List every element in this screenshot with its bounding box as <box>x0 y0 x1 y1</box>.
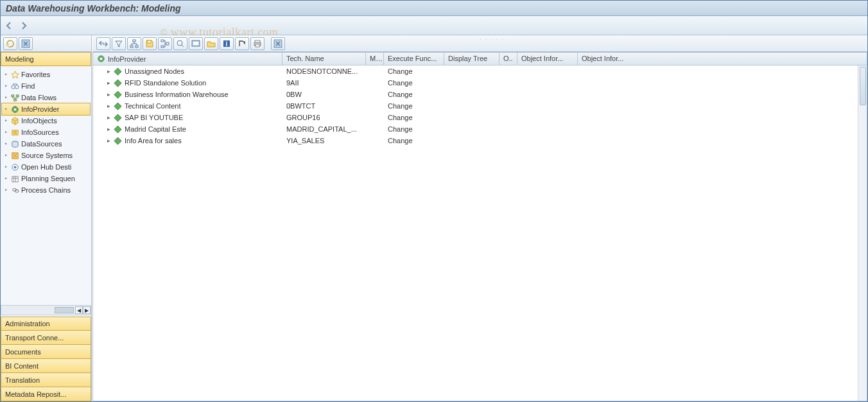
sidebar-item-infosources[interactable]: •InfoSources <box>2 127 90 138</box>
sidebar-item-openhub[interactable]: •Open Hub Desti <box>2 161 90 173</box>
svg-rect-13 <box>12 176 17 181</box>
binoculars-icon <box>10 82 20 91</box>
sidebar-item-favorites[interactable]: •Favorites <box>2 69 90 80</box>
main-panel: i InfoProvider Tech. Name M.. Execute Fu… <box>92 35 867 401</box>
datasources-icon <box>10 139 20 148</box>
row-tech: MADRID_CAPITAL_... <box>286 125 357 133</box>
expand-icon[interactable]: ▸ <box>106 126 111 132</box>
sidebar-item-sourcesystems[interactable]: •Source Systems <box>2 150 90 161</box>
dataflow-icon <box>10 93 20 102</box>
table-row[interactable]: ▸RFID Standalone Solution9AIIChange <box>93 77 867 89</box>
table-row[interactable]: ▸Technical Content0BWTCTChange <box>93 100 867 112</box>
col-objinfo1[interactable]: Object Infor... <box>517 53 578 65</box>
tool-hier2-icon[interactable] <box>158 37 172 50</box>
row-name: Info Area for sales <box>125 137 182 144</box>
infoprovider-icon <box>10 105 20 114</box>
row-name: Madrid Capital Este <box>125 125 186 133</box>
table-header: InfoProvider Tech. Name M.. Execute Func… <box>93 53 867 66</box>
section-transport[interactable]: Transport Conne... <box>1 331 91 345</box>
menu-strip <box>1 16 867 35</box>
tool-filter-icon[interactable] <box>112 37 126 50</box>
sidebar-item-infoprovider[interactable]: •InfoProvider <box>2 103 90 115</box>
sidebar-item-datasources[interactable]: •DataSources <box>2 138 90 150</box>
main-toolbar: i <box>92 35 867 52</box>
sidebar-toolbar <box>1 35 91 52</box>
row-name: Technical Content <box>125 102 180 110</box>
sidebar-item-dataflows[interactable]: •Data Flows <box>2 92 90 103</box>
table-row[interactable]: ▸Unassigned NodesNODESNOTCONNE...Change <box>93 66 867 77</box>
chain-icon <box>10 186 20 195</box>
forward-button[interactable] <box>19 21 29 31</box>
table-row[interactable]: ▸Madrid Capital EsteMADRID_CAPITAL_...Ch… <box>93 123 867 135</box>
row-name: SAP BI YOUTUBE <box>125 114 183 121</box>
row-exec: Change <box>388 125 413 133</box>
tool-folder-icon[interactable] <box>204 37 218 50</box>
infoobjects-icon <box>10 116 20 125</box>
planning-icon <box>10 174 20 183</box>
sidebar-item-find[interactable]: •Find <box>2 80 90 92</box>
tool-close-icon[interactable] <box>19 37 33 50</box>
scroll-right-icon[interactable]: ▶ <box>83 306 91 314</box>
svg-rect-15 <box>130 46 133 48</box>
col-techname[interactable]: Tech. Name <box>282 53 366 65</box>
col-m[interactable]: M.. <box>366 53 384 65</box>
sidebar-item-infoobjects[interactable]: •InfoObjects <box>2 115 90 127</box>
expand-icon[interactable]: ▸ <box>106 80 111 86</box>
section-metadata[interactable]: Metadata Reposit... <box>1 387 91 401</box>
col-infoprovider[interactable]: InfoProvider <box>93 53 282 65</box>
scroll-left-icon[interactable]: ◀ <box>75 306 83 314</box>
section-modeling[interactable]: Modeling <box>1 52 91 66</box>
tool-find-icon[interactable] <box>173 37 187 50</box>
tool-save-icon[interactable] <box>143 37 157 50</box>
col-execute[interactable]: Execute Func... <box>384 53 444 65</box>
tool-refresh-icon[interactable] <box>3 37 17 50</box>
row-tech: GROUP16 <box>286 114 320 121</box>
sourcesystems-icon <box>10 151 20 160</box>
row-tech: 0BWTCT <box>286 102 315 110</box>
section-label: Modeling <box>5 55 34 63</box>
svg-rect-19 <box>161 46 164 48</box>
tool-arrows-icon[interactable] <box>96 37 110 50</box>
svg-point-31 <box>100 58 103 60</box>
tool-screen-icon[interactable] <box>189 37 203 50</box>
svg-point-12 <box>13 166 16 168</box>
expand-icon[interactable]: ▸ <box>106 114 111 121</box>
section-administration[interactable]: Administration <box>1 317 91 331</box>
vscrollbar[interactable] <box>858 66 867 401</box>
sidebar-item-processchains[interactable]: •Process Chains <box>2 184 90 196</box>
section-translation[interactable]: Translation <box>1 373 91 387</box>
tool-hierarchy-icon[interactable] <box>127 37 141 50</box>
row-exec: Change <box>388 79 413 87</box>
expand-icon[interactable]: ▸ <box>106 91 111 98</box>
row-exec: Change <box>388 137 413 144</box>
tool-info-icon[interactable]: i <box>220 37 234 50</box>
tool-close2-icon[interactable] <box>271 37 285 50</box>
svg-point-1 <box>11 85 15 89</box>
svg-rect-18 <box>161 40 164 42</box>
table: InfoProvider Tech. Name M.. Execute Func… <box>92 52 867 401</box>
expand-icon[interactable]: ▸ <box>106 103 111 109</box>
col-o[interactable]: O.. <box>499 53 517 65</box>
sidebar-hscroll[interactable]: ◀▶ <box>1 305 91 315</box>
col-objinfo2[interactable]: Object Infor... <box>578 53 833 65</box>
title-text: Data Warehousing Workbench: Modeling <box>6 3 181 13</box>
section-documents[interactable]: Documents <box>1 345 91 359</box>
tool-print-icon[interactable] <box>250 37 265 50</box>
infosources-icon <box>10 128 20 137</box>
svg-text:i: i <box>226 40 228 48</box>
svg-rect-3 <box>11 94 13 96</box>
col-displaytree[interactable]: Display Tree <box>444 53 499 65</box>
table-row[interactable]: ▸Info Area for salesYIA_SALESChange <box>93 135 867 146</box>
panel-handle[interactable] <box>480 33 506 36</box>
svg-rect-5 <box>13 99 16 101</box>
tool-export-icon[interactable] <box>235 37 249 50</box>
expand-icon[interactable]: ▸ <box>106 68 111 74</box>
expand-icon[interactable]: ▸ <box>106 137 111 144</box>
back-button[interactable] <box>4 21 15 31</box>
svg-rect-4 <box>16 94 19 96</box>
sidebar-item-planning[interactable]: •Planning Sequen <box>2 173 90 184</box>
table-row[interactable]: ▸SAP BI YOUTUBEGROUP16Change <box>93 112 867 123</box>
section-bicontent[interactable]: BI Content <box>1 359 91 373</box>
table-row[interactable]: ▸Business Information Warehouse0BWChange <box>93 89 867 100</box>
star-icon <box>10 70 20 79</box>
